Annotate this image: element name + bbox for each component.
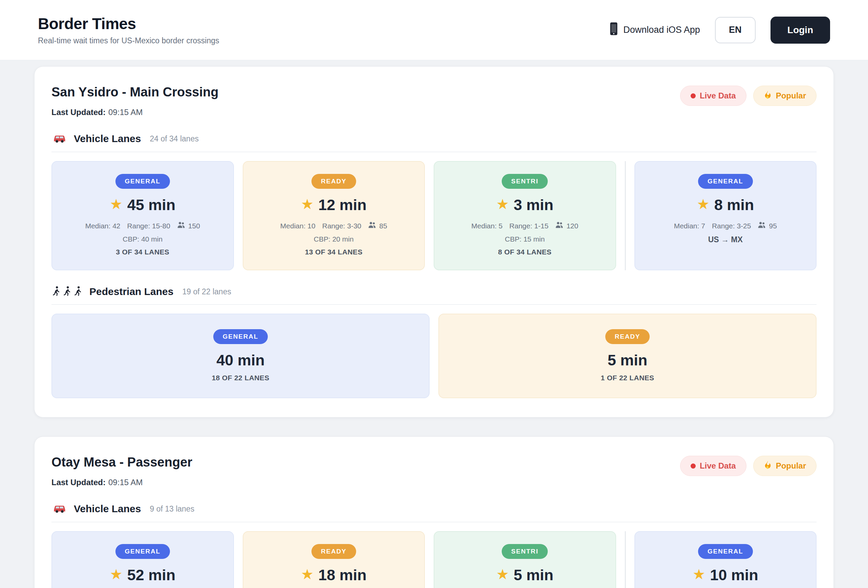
live-data-badge: Live Data <box>680 85 747 106</box>
lane-stats: Median: 10 Range: 3-30 85 <box>251 221 416 230</box>
lane-card: READY ★ 18 min Median: 16 Range: 3-30 85… <box>243 531 425 588</box>
lane-card: GENERAL ★ 45 min Median: 42 Range: 15-80… <box>52 161 234 270</box>
lane-divider <box>625 531 626 588</box>
wait-time: ★ 3 min <box>443 196 607 214</box>
lane-stats: Median: 42 Range: 15-80 150 <box>60 221 225 230</box>
lane-count: 18 OF 22 LANES <box>60 374 421 382</box>
pedestrian-icon <box>52 286 83 298</box>
lane-type-badge: READY <box>605 329 650 344</box>
download-ios-link[interactable]: Download iOS App <box>609 22 700 38</box>
wait-time-value: 10 min <box>710 566 758 584</box>
crossing-card-otay-mesa: Otay Mesa - Passenger Last Updated:09:15… <box>34 436 834 588</box>
lane-count: 13 OF 34 LANES <box>251 248 416 256</box>
median-stat: Median: 7 <box>674 222 705 230</box>
car-icon <box>52 503 68 515</box>
lane-type-badge: GENERAL <box>115 544 170 559</box>
page-subtitle: Real-time wait times for US-Mexico borde… <box>38 36 219 45</box>
login-button[interactable]: Login <box>771 16 830 44</box>
popular-label: Popular <box>776 91 806 100</box>
phone-icon <box>609 22 619 38</box>
lane-type-badge: READY <box>311 174 356 189</box>
last-updated: Last Updated:09:15 AM <box>52 478 192 487</box>
last-updated-label: Last Updated: <box>52 108 106 117</box>
direction-label: US → MX <box>643 235 808 244</box>
pedestrian-lanes-summary: 19 of 22 lanes <box>182 287 231 296</box>
wait-time: ★ 45 min <box>60 196 225 214</box>
live-data-label: Live Data <box>700 461 736 471</box>
lane-card: SENTRI ★ 3 min Median: 5 Range: 1-15 120… <box>434 161 616 270</box>
lane-card: GENERAL ★ 8 min Median: 7 Range: 3-25 95… <box>635 161 817 270</box>
people-count: 85 <box>368 221 387 230</box>
people-count-value: 120 <box>566 222 578 230</box>
page-title: Border Times <box>38 15 219 33</box>
lane-card: GENERAL ★ 52 min Median: 49 Range: 15-80… <box>52 531 234 588</box>
live-data-badge: Live Data <box>680 456 747 476</box>
live-dot-icon <box>691 464 696 469</box>
popular-badge: Popular <box>753 456 816 476</box>
last-updated-value: 09:15 AM <box>108 478 143 487</box>
wait-time: ★ 8 min <box>643 196 808 214</box>
popular-badge: Popular <box>753 85 816 106</box>
vehicle-lanes-title: Vehicle Lanes <box>74 503 141 514</box>
star-icon: ★ <box>496 197 509 211</box>
people-icon <box>758 221 766 230</box>
people-icon <box>368 221 376 230</box>
lane-count: 3 OF 34 LANES <box>60 248 225 256</box>
lane-card: SENTRI ★ 5 min Median: 7 Range: 1-15 120… <box>434 531 616 588</box>
range-stat: Range: 15-80 <box>127 222 170 230</box>
vehicle-lanes-summary: 24 of 34 lanes <box>150 134 199 143</box>
last-updated: Last Updated:09:15 AM <box>52 108 218 117</box>
main-content: San Ysidro - Main Crossing Last Updated:… <box>34 60 834 588</box>
pedestrian-lanes-title: Pedestrian Lanes <box>89 286 173 298</box>
lane-stats: Median: 5 Range: 1-15 120 <box>443 221 607 230</box>
median-stat: Median: 5 <box>471 222 502 230</box>
wait-time-value: 8 min <box>714 196 754 214</box>
status-badges: Live Data Popular <box>680 456 816 476</box>
lane-type-badge: SENTRI <box>502 544 548 559</box>
vehicle-lane-row: GENERAL ★ 52 min Median: 49 Range: 15-80… <box>52 531 816 588</box>
people-count: 150 <box>177 221 200 230</box>
median-stat: Median: 42 <box>85 222 121 230</box>
wait-time: ★ 5 min <box>443 566 607 584</box>
star-icon: ★ <box>496 567 509 582</box>
range-stat: Range: 3-30 <box>322 222 362 230</box>
wait-time-value: 12 min <box>318 196 367 214</box>
range-stat: Range: 1-15 <box>509 222 549 230</box>
last-updated-value: 09:15 AM <box>108 108 143 117</box>
wait-time: ★ 18 min <box>251 566 416 584</box>
pedestrian-lane-row: GENERAL 40 min 18 OF 22 LANES READY 5 mi… <box>52 314 816 398</box>
people-count-value: 95 <box>769 222 776 230</box>
language-button[interactable]: EN <box>715 17 756 43</box>
wait-time-value: 40 min <box>216 352 265 369</box>
star-icon: ★ <box>301 567 314 582</box>
wait-time-value: 45 min <box>127 196 176 214</box>
crossing-title: Otay Mesa - Passenger <box>52 455 192 470</box>
status-badges: Live Data Popular <box>680 85 816 106</box>
fire-icon <box>764 460 772 471</box>
lane-type-badge: SENTRI <box>502 174 548 189</box>
crossing-header: Otay Mesa - Passenger Last Updated:09:15… <box>52 453 816 487</box>
wait-time-value: 18 min <box>318 566 367 584</box>
header-actions: Download iOS App EN Login <box>609 16 830 44</box>
pedestrian-lanes-header: Pedestrian Lanes 19 of 22 lanes <box>52 286 816 305</box>
vehicle-lanes-title: Vehicle Lanes <box>74 133 141 144</box>
cbp-time: CBP: 40 min <box>60 235 225 243</box>
wait-time: ★ 12 min <box>251 196 416 214</box>
people-icon <box>177 221 185 230</box>
people-count: 120 <box>555 221 578 230</box>
brand: Border Times Real-time wait times for US… <box>38 15 219 45</box>
vehicle-lane-row: GENERAL ★ 45 min Median: 42 Range: 15-80… <box>52 161 816 270</box>
vehicle-lanes-header: Vehicle Lanes 9 of 13 lanes <box>52 503 816 522</box>
live-dot-icon <box>691 93 696 99</box>
star-icon: ★ <box>301 197 314 211</box>
wait-time-value: 5 min <box>514 566 554 584</box>
lane-count: 8 OF 34 LANES <box>443 248 607 256</box>
lane-card: GENERAL 40 min 18 OF 22 LANES <box>52 314 430 398</box>
star-icon: ★ <box>697 197 710 211</box>
lane-stats: Median: 7 Range: 3-25 95 <box>643 221 808 230</box>
wait-time-value: 52 min <box>127 566 176 584</box>
lane-card: READY ★ 12 min Median: 10 Range: 3-30 85… <box>243 161 425 270</box>
download-label: Download iOS App <box>623 25 700 35</box>
people-icon <box>555 221 563 230</box>
car-icon <box>52 133 68 145</box>
